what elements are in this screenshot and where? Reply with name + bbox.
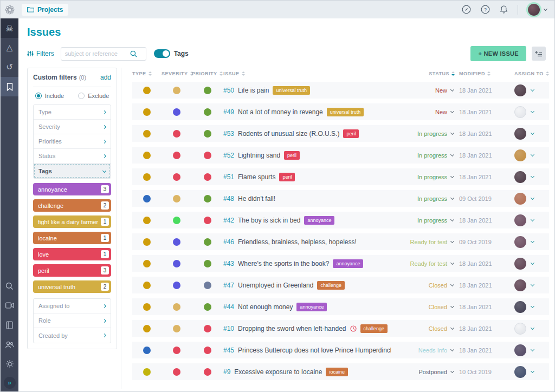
type-dot[interactable] <box>143 217 151 224</box>
chevron-down-icon[interactable] <box>450 174 454 178</box>
severity-dot[interactable] <box>173 152 180 159</box>
issue-id[interactable]: #53 <box>223 130 234 138</box>
priority-dot[interactable] <box>204 217 211 224</box>
filter-section-tags[interactable]: Tags <box>34 164 111 178</box>
table-row[interactable]: #50 Life is pain universal truth New 18 … <box>132 82 549 99</box>
issue-subject[interactable]: Princess Buttercup does not love Prince … <box>238 347 391 354</box>
type-dot[interactable] <box>143 173 151 181</box>
type-dot[interactable] <box>143 108 151 116</box>
status-dropdown[interactable]: Postponed <box>418 369 447 375</box>
chevron-down-icon[interactable] <box>531 282 534 286</box>
severity-dot[interactable] <box>173 87 180 94</box>
table-row[interactable]: #9 Excessive exposure to Iocaine iocaine… <box>132 363 549 380</box>
issue-id[interactable]: #44 <box>223 303 234 311</box>
priority-dot[interactable] <box>204 325 211 332</box>
severity-dot[interactable] <box>173 368 180 376</box>
severity-dot[interactable] <box>173 238 180 246</box>
assignee-avatar[interactable] <box>514 193 526 205</box>
tag-filter-chip[interactable]: iocaine1 <box>33 232 111 244</box>
priority-dot[interactable] <box>204 195 211 202</box>
user-avatar[interactable] <box>528 4 540 16</box>
issue-subject[interactable]: Not enough money <box>238 303 293 311</box>
issue-subject[interactable]: The boy is sick in bed <box>238 217 300 224</box>
column-header-issue[interactable]: ISSUE <box>223 71 391 76</box>
issue-subject[interactable]: Dropping the sword when left-handed <box>238 325 346 332</box>
type-dot[interactable] <box>143 347 151 354</box>
table-row[interactable]: #48 He didn't fall! In progress 09 Oct 2… <box>132 190 549 207</box>
assignee-avatar[interactable] <box>514 214 526 226</box>
issue-id[interactable]: #50 <box>223 87 234 94</box>
filter-section-row[interactable]: Priorities <box>34 134 111 149</box>
chevron-down-icon[interactable] <box>450 304 454 308</box>
assignee-avatar[interactable] <box>514 236 526 248</box>
help-icon[interactable]: ? <box>481 5 490 14</box>
table-row[interactable]: #43 Where's the sports in the book? anno… <box>132 255 549 272</box>
table-row[interactable]: #52 Lightning sand peril In progress 18 … <box>132 147 549 164</box>
sidebar-item-meet-up[interactable] <box>1 296 18 315</box>
priority-dot[interactable] <box>204 152 211 159</box>
severity-dot[interactable] <box>173 325 180 332</box>
chevron-down-icon[interactable] <box>531 260 534 264</box>
type-dot[interactable] <box>143 152 151 159</box>
issue-subject[interactable]: Not a lot of money in revenge <box>238 108 323 116</box>
assignee-avatar[interactable] <box>514 258 526 270</box>
chevron-down-icon[interactable] <box>531 325 534 329</box>
chevron-down-icon[interactable] <box>450 87 454 91</box>
sidebar-item-settings[interactable] <box>1 354 18 374</box>
severity-dot[interactable] <box>173 108 180 116</box>
search-icon[interactable] <box>130 50 137 57</box>
severity-dot[interactable] <box>173 217 180 224</box>
priority-dot[interactable] <box>204 173 211 181</box>
tag-filter-chip[interactable]: annoyance3 <box>33 183 111 195</box>
sidebar-item-wiki[interactable] <box>1 315 18 335</box>
chevron-down-icon[interactable] <box>531 239 534 243</box>
exclude-label[interactable]: Exclude <box>88 93 109 99</box>
assignee-avatar[interactable] <box>514 106 526 118</box>
notifications-bell-icon[interactable] <box>500 5 508 14</box>
table-row[interactable]: #42 The boy is sick in bed annoyance In … <box>132 212 549 228</box>
issue-id[interactable]: #47 <box>223 282 234 289</box>
issue-subject[interactable]: Lightning sand <box>238 152 280 159</box>
severity-dot[interactable] <box>173 195 180 202</box>
chevron-down-icon[interactable] <box>531 109 534 113</box>
issue-subject[interactable]: Flame spurts <box>238 173 275 181</box>
issue-id[interactable]: #43 <box>223 260 234 267</box>
priority-dot[interactable] <box>204 282 211 289</box>
chevron-down-icon[interactable] <box>531 347 534 351</box>
assignee-avatar[interactable] <box>514 279 526 291</box>
issue-id[interactable]: #45 <box>223 347 234 354</box>
status-dropdown[interactable]: In progress <box>417 174 447 180</box>
status-dropdown[interactable]: Closed <box>429 304 447 310</box>
issue-subject[interactable]: Where's the sports in the book? <box>238 260 329 267</box>
status-dropdown[interactable]: New <box>435 109 447 115</box>
issue-subject[interactable]: He didn't fall! <box>238 195 275 202</box>
chevron-down-icon[interactable] <box>531 217 534 221</box>
severity-dot[interactable] <box>173 260 180 267</box>
chevron-down-icon[interactable] <box>450 195 454 199</box>
severity-dot[interactable] <box>173 282 180 289</box>
chevron-down-icon[interactable] <box>450 282 454 286</box>
issue-subject[interactable]: Life is pain <box>238 87 269 94</box>
issue-id[interactable]: #10 <box>223 325 234 332</box>
sidebar-item-epics[interactable]: ↺ <box>1 57 18 77</box>
column-header-status[interactable]: STATUS <box>391 71 455 76</box>
priority-dot[interactable] <box>204 303 211 311</box>
issue-id[interactable]: #42 <box>223 217 234 224</box>
include-label[interactable]: Include <box>45 93 64 99</box>
new-issue-button[interactable]: + NEW ISSUE <box>470 46 526 61</box>
type-dot[interactable] <box>143 368 151 376</box>
chevron-down-icon[interactable] <box>450 239 454 243</box>
bulk-add-issues-button[interactable] <box>532 47 546 61</box>
table-row[interactable]: #49 Not a lot of money in revenge univer… <box>132 103 549 120</box>
assignee-avatar[interactable] <box>514 344 526 356</box>
status-dropdown[interactable]: Ready for test <box>410 239 447 245</box>
issue-subject[interactable]: Excessive exposure to Iocaine <box>234 368 322 376</box>
priority-dot[interactable] <box>204 260 211 267</box>
table-row[interactable]: #10 Dropping the sword when left-handed … <box>132 320 549 337</box>
search-input[interactable] <box>65 50 130 57</box>
filter-section-row[interactable]: Created by <box>34 328 111 343</box>
status-dropdown[interactable]: In progress <box>417 195 447 202</box>
filter-section-row[interactable]: Role <box>34 313 111 328</box>
assignee-avatar[interactable] <box>514 366 526 378</box>
chevron-down-icon[interactable] <box>531 195 534 199</box>
